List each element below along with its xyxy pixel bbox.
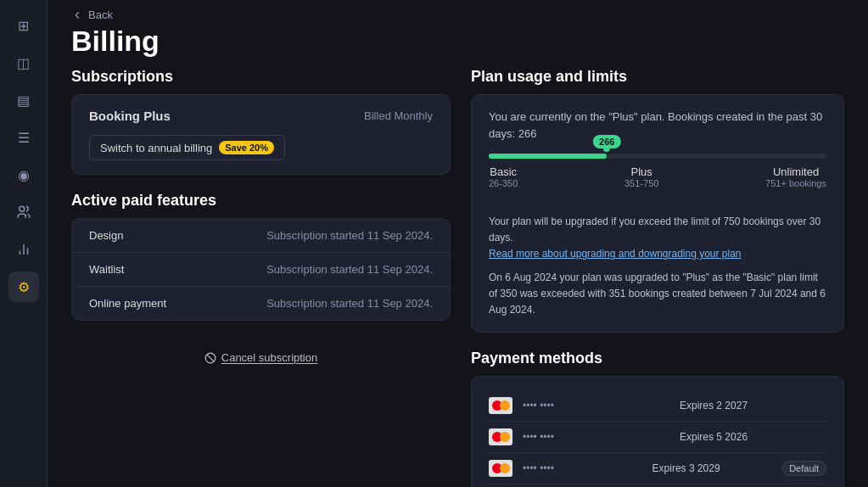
- payment-methods-card: •••• •••• Expires 2 2027 •••• •••• Expir…: [471, 376, 844, 487]
- switch-annual-button[interactable]: Switch to annual billing Save 20%: [89, 135, 285, 160]
- subscriptions-section: Subscriptions Booking Plus Billed Monthl…: [71, 68, 451, 175]
- save-badge: Save 20%: [219, 141, 274, 154]
- usage-bar-container: 266 Basic 26-350 Plus 351-750: [489, 154, 826, 188]
- cancel-label: Cancel subscription: [221, 351, 317, 364]
- usage-labels: Basic 26-350 Plus 351-750 Unlimited 751+…: [489, 165, 826, 188]
- usage-label-unlimited: Unlimited 751+ bookings: [765, 165, 826, 188]
- mastercard-icon-1: [489, 397, 512, 414]
- left-column: Subscriptions Booking Plus Billed Monthl…: [71, 68, 451, 473]
- main-content: Back Billing Subscriptions Booking Plus …: [48, 0, 868, 487]
- dashboard-icon[interactable]: ⊞: [8, 10, 39, 41]
- switch-annual-label: Switch to annual billing: [100, 142, 212, 154]
- calendar-icon[interactable]: ◫: [8, 48, 39, 78]
- plan-info-text: You are currently on the "Plus" plan. Bo…: [489, 109, 826, 142]
- back-label: Back: [88, 8, 113, 21]
- feature-row: Waitlist Subscription started 11 Sep 202…: [72, 253, 450, 287]
- page-title: Billing: [48, 21, 868, 68]
- features-section: Active paid features Design Subscription…: [71, 192, 451, 321]
- card-number-1: •••• ••••: [523, 400, 669, 411]
- subscription-card: Booking Plus Billed Monthly Switch to an…: [71, 94, 451, 175]
- cancel-subscription-button[interactable]: Cancel subscription: [204, 344, 317, 371]
- mastercard-icon-3: [489, 460, 512, 477]
- payment-methods-section: Payment methods •••• •••• Expires 2 2027: [471, 350, 844, 487]
- plan-usage-title: Plan usage and limits: [471, 68, 844, 86]
- feature-date: Subscription started 11 Sep 2024.: [266, 297, 433, 310]
- card-expiry-2: Expires 5 2026: [680, 431, 826, 443]
- usage-track: [489, 154, 826, 159]
- svg-point-0: [19, 206, 24, 211]
- card-expiry-3: Expires 3 2029: [652, 462, 772, 474]
- feature-date: Subscription started 11 Sep 2024.: [266, 263, 433, 276]
- stats-icon[interactable]: [8, 234, 39, 265]
- payment-row-2: •••• •••• Expires 5 2026: [489, 422, 826, 453]
- feature-name: Waitlist: [89, 263, 124, 276]
- right-column: Plan usage and limits You are currently …: [471, 68, 844, 473]
- billing-type: Billed Monthly: [364, 109, 433, 122]
- graph-icon[interactable]: ◉: [8, 160, 39, 190]
- card-expiry-1: Expires 2 2027: [680, 400, 826, 411]
- card-number-2: •••• ••••: [523, 431, 669, 443]
- usage-fill: [489, 154, 607, 159]
- subscriptions-title: Subscriptions: [71, 68, 451, 86]
- chart-icon[interactable]: ▤: [8, 85, 39, 115]
- subscription-name: Booking Plus: [89, 109, 171, 123]
- upgrade-link[interactable]: Read more about upgrading and downgradin…: [489, 248, 742, 260]
- feature-row: Design Subscription started 11 Sep 2024.: [72, 219, 450, 253]
- features-title: Active paid features: [71, 192, 451, 210]
- content-area: Subscriptions Booking Plus Billed Monthl…: [48, 68, 868, 487]
- subscription-header: Booking Plus Billed Monthly: [89, 109, 433, 123]
- default-badge: Default: [781, 461, 826, 476]
- feature-date: Subscription started 11 Sep 2024.: [266, 229, 433, 242]
- mastercard-icon-2: [489, 428, 512, 445]
- top-bar: Back: [48, 0, 868, 21]
- feature-row: Online payment Subscription started 11 S…: [72, 287, 450, 320]
- card-number-3: •••• ••••: [523, 462, 642, 474]
- feature-name: Design: [89, 229, 123, 242]
- list-icon[interactable]: ☰: [8, 122, 39, 153]
- usage-label-basic: Basic 26-350: [489, 165, 518, 188]
- plan-usage-card: You are currently on the "Plus" plan. Bo…: [471, 94, 844, 333]
- usage-label-plus: Plus 351-750: [624, 165, 658, 188]
- payment-row-3: •••• •••• Expires 3 2029 Default: [489, 453, 826, 484]
- cancel-wrapper: Cancel subscription: [71, 338, 451, 378]
- plan-upgrade-text: Your plan will be upgraded if you exceed…: [489, 214, 826, 263]
- plan-history-text: On 6 Aug 2024 your plan was upgraded to …: [489, 270, 826, 319]
- features-table: Design Subscription started 11 Sep 2024.…: [71, 218, 451, 321]
- feature-name: Online payment: [89, 297, 166, 310]
- payment-methods-title: Payment methods: [471, 350, 844, 367]
- svg-line-5: [207, 354, 214, 361]
- settings-icon[interactable]: ⚙: [8, 271, 39, 302]
- payment-row-1: •••• •••• Expires 2 2027: [489, 390, 826, 422]
- users-icon[interactable]: [8, 197, 39, 227]
- usage-marker: 266: [593, 135, 620, 148]
- back-link[interactable]: Back: [71, 8, 844, 21]
- plan-usage-section: Plan usage and limits You are currently …: [471, 68, 844, 333]
- sidebar: ⊞ ◫ ▤ ☰ ◉ ⚙: [0, 0, 48, 487]
